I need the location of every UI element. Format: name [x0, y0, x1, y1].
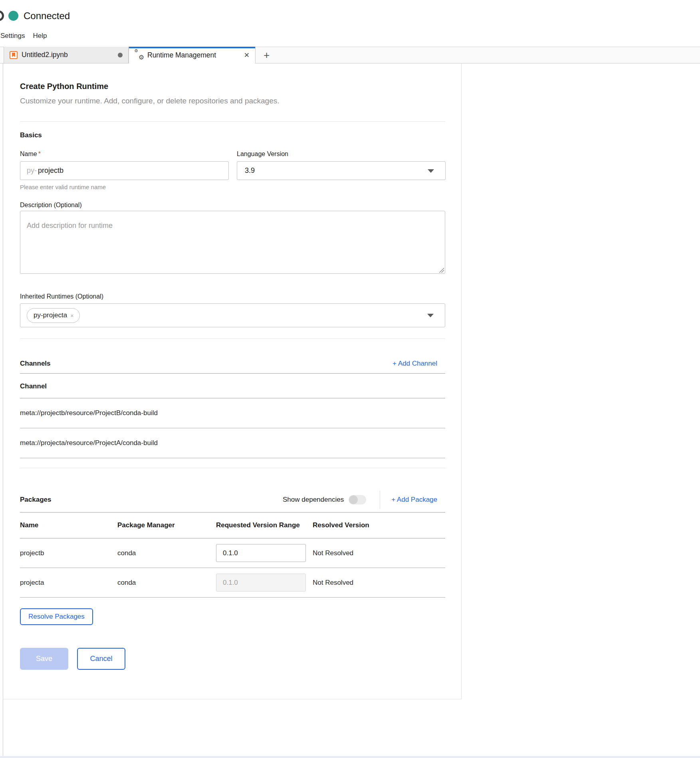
tab-notebook[interactable]: Untitled2.ipynb: [4, 47, 129, 63]
basics-heading: Basics: [20, 131, 445, 139]
inherited-runtime-chip: py-projecta ×: [27, 308, 80, 323]
divider: [20, 338, 445, 339]
column-header-package-manager: Package Manager: [117, 513, 216, 538]
show-dependencies-label: Show dependencies: [283, 496, 344, 504]
language-version-label: Language Version: [237, 150, 446, 158]
app-window: Connected Settings Help Untitled2.ipynb …: [0, 0, 700, 758]
page-subtitle: Customize your runtime. Add, configure, …: [20, 97, 445, 105]
version-range-input-disabled: [216, 574, 306, 592]
chip-label: py-projecta: [34, 311, 67, 319]
chip-remove-icon[interactable]: ×: [70, 312, 74, 319]
name-value: projectb: [38, 166, 63, 175]
connection-status-label: Connected: [24, 10, 70, 22]
tab-notebook-label: Untitled2.ipynb: [22, 51, 118, 59]
add-channel-link[interactable]: + Add Channel: [393, 360, 437, 368]
resolve-packages-button[interactable]: Resolve Packages: [20, 608, 93, 625]
inherited-runtimes-select[interactable]: py-projecta ×: [20, 303, 445, 327]
name-prefix: py-: [27, 166, 37, 175]
save-button[interactable]: Save: [20, 648, 68, 670]
cancel-button[interactable]: Cancel: [77, 648, 125, 670]
bottom-strip: [0, 756, 700, 758]
tab-bar: Untitled2.ipynb ⚙⚙ Runtime Management ✕ …: [0, 47, 700, 63]
packages-heading: Packages: [20, 496, 51, 504]
package-manager: conda: [117, 579, 216, 587]
package-row: projecta conda Not Resolved: [20, 568, 445, 598]
resolved-version: Not Resolved: [313, 579, 445, 587]
chevron-down-icon: [427, 314, 434, 317]
add-package-link[interactable]: + Add Package: [391, 496, 437, 504]
gears-icon: ⚙⚙: [135, 51, 143, 59]
column-header-name: Name: [20, 513, 117, 538]
connection-status-icon: [8, 11, 18, 21]
runtime-name-input[interactable]: py- projectb: [20, 161, 229, 180]
menu-item-help[interactable]: Help: [29, 30, 51, 42]
column-header-requested-version: Requested Version Range: [216, 513, 313, 538]
package-name: projectb: [20, 549, 117, 557]
toggle-knob: [349, 495, 358, 504]
divider: [20, 468, 445, 468]
runtime-form-panel: Create Python Runtime Customize your run…: [3, 63, 462, 699]
inherited-runtimes-label: Inherited Runtimes (Optional): [20, 293, 445, 300]
unsaved-changes-icon: [118, 53, 123, 57]
divider: [20, 121, 445, 122]
channel-row: meta://projecta/resource/ProjectA/conda-…: [20, 428, 445, 458]
channels-heading: Channels: [20, 360, 51, 368]
channel-row: meta://projectb/resource/ProjectB/conda-…: [20, 398, 445, 428]
language-version-select[interactable]: 3.9: [237, 161, 446, 180]
new-tab-button[interactable]: +: [260, 50, 273, 60]
language-version-value: 3.9: [245, 166, 255, 175]
package-name: projecta: [20, 579, 117, 587]
menu-item-settings[interactable]: Settings: [0, 30, 29, 42]
description-textarea[interactable]: [20, 211, 445, 274]
column-header-resolved-version: Resolved Version: [313, 513, 445, 538]
tab-runtime-management[interactable]: ⚙⚙ Runtime Management ✕: [129, 47, 256, 63]
show-dependencies-toggle[interactable]: [349, 495, 366, 505]
vertical-divider: [380, 491, 380, 509]
divider: [20, 373, 445, 374]
chevron-down-icon: [428, 169, 434, 173]
logo-arc-icon: [0, 10, 4, 21]
close-tab-icon[interactable]: ✕: [244, 51, 250, 59]
notebook-icon: [10, 51, 18, 59]
description-label: Description (Optional): [20, 202, 445, 209]
required-marker: *: [38, 150, 41, 157]
name-helper-text: Please enter valid runtime name: [20, 184, 445, 190]
package-manager: conda: [117, 549, 216, 557]
resolved-version: Not Resolved: [313, 549, 445, 557]
channel-column-header: Channel: [20, 382, 445, 390]
dock-left-border: [3, 699, 3, 758]
page-title: Create Python Runtime: [20, 82, 445, 91]
package-row: projectb conda Not Resolved: [20, 538, 445, 568]
menu-bar: Settings Help: [0, 30, 51, 42]
version-range-input[interactable]: [216, 544, 306, 562]
tab-runtime-label: Runtime Management: [147, 51, 241, 59]
name-label: Name*: [20, 150, 229, 158]
